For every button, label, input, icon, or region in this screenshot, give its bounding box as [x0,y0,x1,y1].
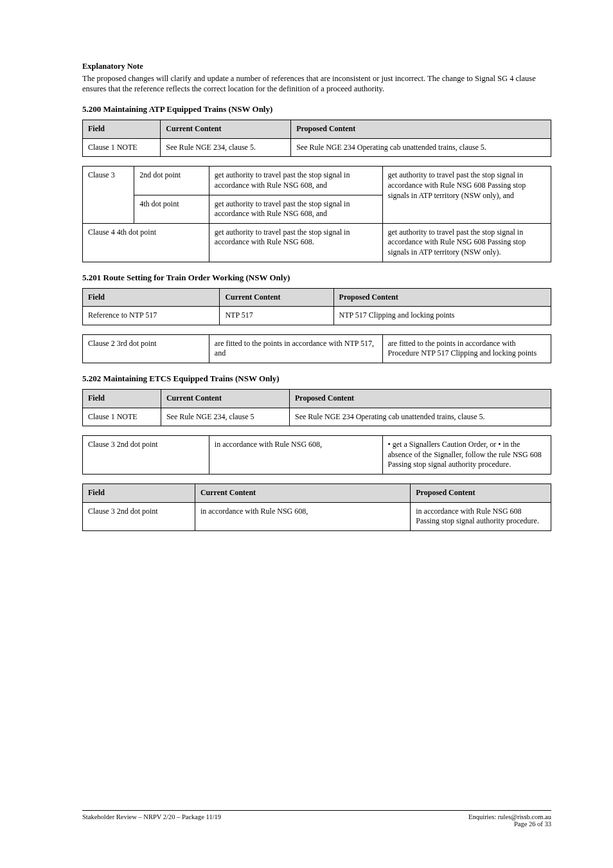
explanatory-note-text: The proposed changes will clarify and up… [82,74,551,94]
table-row: Clause 3 2nd dot point in accordance wit… [83,436,551,475]
table-row: Clause 3 2nd dot point in accordance wit… [83,502,551,530]
table-row: Clause 1 NOTE See Rule NGE 234, clause 5… [83,138,551,157]
cell-current: in accordance with Rule NSG 608, [209,436,382,475]
table-header-row: Field Current Content Proposed Content [83,389,551,408]
table-header-row: Field Current Content Proposed Content [83,484,551,502]
cell-proposed: • get a Signallers Caution Order, or • i… [382,436,551,475]
cell-field: Clause 2 3rd dot point [83,334,209,363]
footer-left: Stakeholder Review – NRPV 2/20 – Package… [82,813,221,827]
col-field: Field [83,389,161,408]
cell-current: get authority to travel past the stop si… [209,167,382,195]
cell-current: get authority to travel past the stop si… [209,195,382,223]
page-footer: Stakeholder Review – NRPV 2/20 – Package… [82,810,551,827]
table-5200-a: Field Current Content Proposed Content C… [82,120,551,157]
col-proposed: Proposed Content [289,389,551,408]
cell-subfield: 4th dot point [134,195,209,223]
cell-field: Clause 3 2nd dot point [83,502,195,530]
cell-subfield: 2nd dot point [134,167,209,195]
table-5201-a: Field Current Content Proposed Content R… [82,288,551,325]
col-current: Current Content [220,288,333,307]
table-row: Clause 3 2nd dot point get authority to … [83,167,551,195]
table-5200-b: Clause 3 2nd dot point get authority to … [82,166,551,262]
table-row: Reference to NTP 517 NTP 517 NTP 517 Cli… [83,307,551,325]
col-field: Field [83,288,220,307]
col-current: Current Content [161,389,289,408]
table-5202-b: Clause 3 2nd dot point in accordance wit… [82,435,551,475]
table-5202-a: Field Current Content Proposed Content C… [82,389,551,426]
cell-current: get authority to travel past the stop si… [209,223,382,262]
col-field: Field [83,120,161,139]
table-header-row: Field Current Content Proposed Content [83,120,551,139]
table-row: Clause 4 4th dot point get authority to … [83,223,551,262]
cell-current: are fitted to the points in accordance w… [209,334,382,363]
cell-field: Clause 3 2nd dot point [83,436,209,475]
col-current: Current Content [161,120,291,139]
cell-proposed: are fitted to the points in accordance w… [382,334,551,363]
cell-field: Clause 1 NOTE [83,138,161,157]
cell-proposed: See Rule NGE 234 Operating cab unattende… [289,408,551,426]
col-field: Field [83,484,195,502]
section-title-5201: 5.201 Route Setting for Train Order Work… [82,273,551,283]
cell-proposed-merged: get authority to travel past the stop si… [382,167,551,223]
cell-field: Clause 4 4th dot point [83,223,209,262]
table-row: Clause 2 3rd dot point are fitted to the… [83,334,551,363]
table-row: Clause 1 NOTE See Rule NGE 234, clause 5… [83,408,551,426]
col-proposed: Proposed Content [291,120,551,139]
cell-field: Clause 1 NOTE [83,408,161,426]
col-proposed: Proposed Content [333,288,551,307]
cell-field-rowspan: Clause 3 [83,167,134,223]
cell-current: NTP 517 [220,307,333,325]
table-header-row: Field Current Content Proposed Content [83,288,551,307]
cell-field: Reference to NTP 517 [83,307,220,325]
section-title-5200: 5.200 Maintaining ATP Equipped Trains (N… [82,104,551,114]
cell-proposed: in accordance with Rule NSG 608 Passing … [411,502,551,530]
cell-current: in accordance with Rule NSG 608, [195,502,410,530]
table-5201-b: Clause 2 3rd dot point are fitted to the… [82,334,551,363]
cell-current: See Rule NGE 234, clause 5 [161,408,289,426]
footer-page: Page 26 of 33 [514,820,551,827]
footer-email: Enquiries: rules@rissb.com.au [468,813,551,820]
cell-proposed: NTP 517 Clipping and locking points [333,307,551,325]
cell-proposed: See Rule NGE 234 Operating cab unattende… [291,138,551,157]
col-current: Current Content [195,484,410,502]
explanatory-note-heading: Explanatory Note [82,62,551,71]
cell-proposed: get authority to travel past the stop si… [382,223,551,262]
section-title-5202: 5.202 Maintaining ETCS Equipped Trains (… [82,374,551,384]
col-proposed: Proposed Content [411,484,551,502]
table-5202-c: Field Current Content Proposed Content C… [82,484,551,531]
cell-current: See Rule NGE 234, clause 5. [161,138,291,157]
